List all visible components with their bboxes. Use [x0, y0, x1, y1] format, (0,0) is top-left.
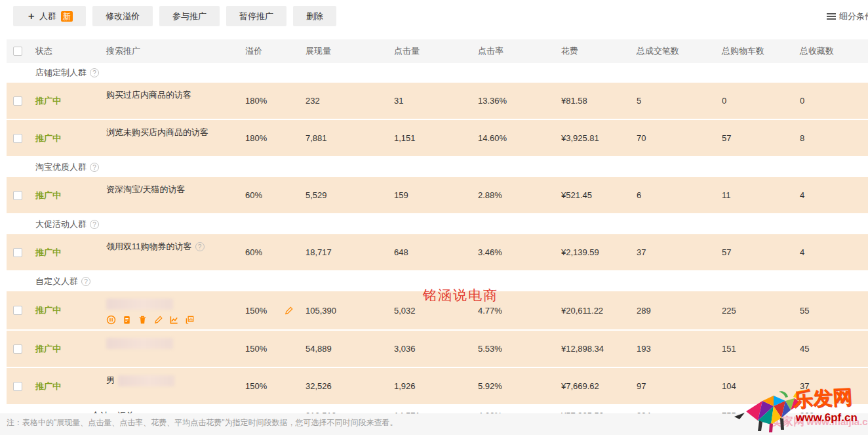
status-text: 推广中 — [35, 133, 106, 144]
carts-value: 57 — [722, 133, 800, 143]
group-help-icon[interactable]: ? — [90, 220, 99, 229]
clicks-value: 1,926 — [394, 381, 478, 391]
table-header-row: 状态 搜索推广 溢价 展现量 点击量 点击率 花费 总成交笔数 总购物车数 总收… — [7, 39, 868, 63]
premium-value: 150% — [245, 306, 267, 316]
trend-chart-icon[interactable] — [169, 315, 179, 325]
orders-value: 37 — [637, 247, 722, 257]
impressions-value: 18,717 — [306, 247, 394, 257]
cost-value: ¥20,611.22 — [561, 306, 637, 316]
carts-value: 104 — [722, 381, 800, 391]
audience-name: 浏览未购买店内商品的访客 — [106, 127, 245, 138]
orders-value: 97 — [637, 381, 722, 391]
carts-value: 225 — [722, 306, 800, 316]
row-checkbox[interactable] — [13, 344, 22, 354]
trash-icon[interactable] — [138, 315, 148, 325]
audience-name-text: 领用双11购物券的访客 — [106, 241, 192, 253]
favorites-value: 55 — [800, 306, 868, 316]
group-help-icon[interactable]: ? — [81, 277, 90, 286]
orders-value: 70 — [637, 133, 722, 143]
delete-button[interactable]: 删除 — [293, 6, 336, 26]
modify-premium-button[interactable]: 修改溢价 — [92, 6, 153, 26]
list-icon — [827, 12, 836, 21]
status-text: 推广中 — [35, 343, 106, 355]
cost-value: ¥2,139.59 — [561, 247, 637, 257]
group-label: 大促活动人群 — [35, 218, 87, 230]
group-header: 大促活动人群? — [7, 215, 868, 234]
premium-cell: 180% — [245, 96, 306, 106]
audience-row: 推广中浏览未购买店内商品的访客180%7,8811,15114.60%¥3,92… — [7, 120, 868, 157]
audience-row: 推广中购买过店内商品的访客180%2323113.36%¥81.58500 — [7, 83, 868, 120]
col-status: 状态 — [35, 45, 106, 57]
audience-row: 推广中男150%32,5261,9265.92%¥7,669.629710437 — [7, 368, 868, 405]
orders-value: 193 — [637, 344, 722, 354]
row-checkbox[interactable] — [13, 96, 22, 106]
group-label: 自定义人群 — [35, 276, 78, 287]
impressions-value: 232 — [306, 96, 394, 106]
audience-name-cell — [106, 331, 245, 349]
pause-icon[interactable] — [106, 315, 116, 325]
row-action-icons — [106, 315, 245, 325]
col-search-promotion: 搜索推广 — [106, 45, 245, 57]
add-audience-button[interactable]: ＋ 人群 新 — [13, 6, 86, 26]
favorites-value: 4 — [800, 190, 868, 200]
orders-value: 5 — [637, 96, 722, 106]
ctr-value: 4.77% — [478, 306, 561, 316]
ctr-value: 2.88% — [478, 190, 561, 200]
group-help-icon[interactable]: ? — [90, 163, 99, 172]
group-help-icon[interactable]: ? — [90, 68, 99, 77]
carts-value: 57 — [722, 247, 800, 257]
select-all-checkbox[interactable] — [13, 47, 22, 56]
group-header: 淘宝优质人群? — [7, 157, 868, 177]
edit-premium-icon[interactable] — [284, 306, 294, 316]
status-text: 推广中 — [35, 304, 106, 316]
audience-name — [106, 338, 245, 349]
premium-cell: 60% — [245, 190, 306, 200]
pause-promotion-button[interactable]: 暂停推广 — [226, 6, 286, 26]
plus-icon: ＋ — [26, 10, 36, 22]
clicks-value: 1,151 — [394, 133, 478, 143]
carts-value: 0 — [722, 96, 800, 106]
col-clicks: 点击量 — [394, 45, 478, 57]
carts-value: 151 — [722, 344, 800, 354]
redacted-name-blur — [118, 375, 174, 386]
audience-name-text: 男 — [106, 375, 115, 386]
premium-value: 150% — [245, 381, 267, 391]
ctr-value: 3.46% — [478, 247, 561, 257]
row-checkbox[interactable] — [13, 191, 22, 200]
impressions-value: 7,881 — [306, 133, 394, 143]
impressions-value: 105,390 — [306, 306, 394, 316]
ctr-value: 5.53% — [478, 344, 561, 354]
audience-name-cell: 领用双11购物券的访客? — [106, 234, 245, 253]
row-checkbox[interactable] — [13, 382, 22, 391]
log-icon[interactable] — [122, 315, 132, 325]
row-checkbox[interactable] — [13, 134, 22, 143]
segment-filter-button[interactable]: 细分条件 — [827, 10, 868, 22]
audience-name-cell: 资深淘宝/天猫的访客 — [106, 177, 245, 196]
ctr-value: 14.60% — [478, 133, 561, 143]
audience-name: 男 — [106, 375, 245, 386]
audience-row: 推广中150%105,3905,0324.77%¥20,611.22289225… — [7, 291, 868, 331]
impressions-value: 32,526 — [306, 381, 394, 391]
join-promotion-button[interactable]: 参与推广 — [159, 6, 220, 26]
cost-value: ¥12,898.34 — [561, 344, 637, 354]
new-badge: 新 — [61, 11, 73, 22]
cost-value: ¥81.58 — [561, 96, 637, 106]
row-checkbox[interactable] — [13, 306, 22, 315]
clicks-value: 159 — [394, 190, 478, 200]
premium-cell: 180% — [245, 133, 306, 143]
name-help-icon[interactable]: ? — [195, 242, 205, 251]
chart-copy-icon[interactable] — [185, 315, 195, 325]
col-cost: 花费 — [561, 45, 637, 57]
audience-name-cell — [106, 291, 245, 325]
row-checkbox[interactable] — [13, 248, 22, 257]
audience-row: 推广中领用双11购物券的访客?60%18,7176483.46%¥2,139.5… — [7, 234, 868, 272]
col-carts: 总购物车数 — [722, 45, 800, 57]
segment-filter-label: 细分条件 — [839, 10, 868, 22]
audience-name-text: 资深淘宝/天猫的访客 — [106, 184, 186, 196]
status-text: 推广中 — [35, 247, 106, 259]
cost-value: ¥521.45 — [561, 190, 637, 200]
pencil-icon[interactable] — [153, 315, 163, 325]
col-orders: 总成交笔数 — [637, 45, 722, 57]
favorites-value: 37 — [800, 381, 868, 391]
audience-row: 推广中150%54,8893,0365.53%¥12,898.341931514… — [7, 331, 868, 368]
